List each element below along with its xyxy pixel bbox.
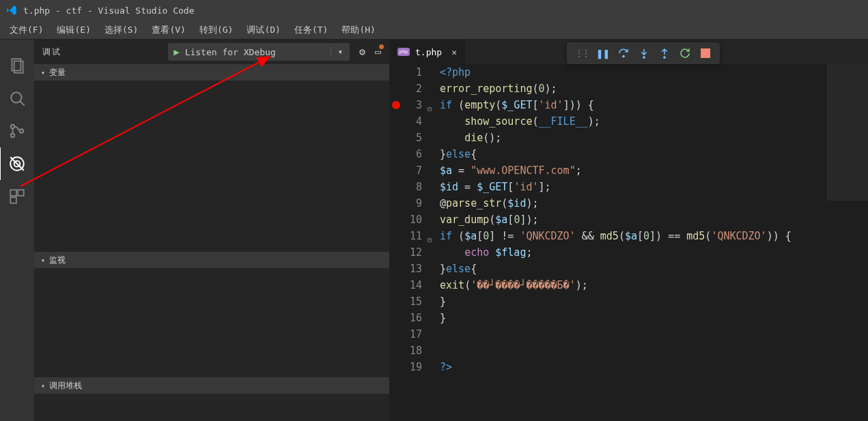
breakpoint-icon[interactable] — [392, 101, 400, 109]
fold-icon — [428, 212, 440, 228]
svg-point-17 — [664, 57, 665, 58]
code-line[interactable]: ?> — [440, 359, 868, 375]
line-number: 6 — [403, 146, 422, 162]
step-into-icon[interactable] — [634, 44, 654, 63]
panel-callstack-label: 调用堆栈 — [49, 380, 82, 392]
php-file-icon: php — [397, 48, 410, 56]
menu-bar: 文件(F) 编辑(E) 选择(S) 查看(V) 转到(G) 调试(D) 任务(T… — [0, 20, 868, 40]
code-editor[interactable]: 12345678910111213141516171819 ⊟⊟ <?phper… — [389, 64, 868, 421]
minimap[interactable] — [827, 64, 868, 405]
title-bar: t.php - ctf - Visual Studio Code — [0, 0, 868, 20]
svg-point-6 — [20, 129, 23, 132]
close-icon[interactable]: ✕ — [451, 47, 457, 57]
line-number: 15 — [403, 293, 422, 310]
fold-icon[interactable]: ⊟ — [428, 228, 440, 244]
debug-icon[interactable] — [0, 147, 33, 180]
drag-handle-icon[interactable]: ⋮⋮ — [571, 48, 593, 58]
chevron-down-icon[interactable]: ▾ — [331, 47, 350, 57]
svg-rect-12 — [10, 197, 16, 203]
code-line[interactable]: exit('��┘����┘�����Ƃ�'); — [440, 277, 868, 293]
code-line[interactable]: var_dump($a[0]); — [440, 212, 868, 228]
panel-variables-label: 变量 — [49, 67, 66, 78]
fold-icon — [428, 162, 440, 179]
code-line[interactable]: die(); — [440, 130, 868, 146]
fold-icon — [428, 343, 440, 359]
menu-select[interactable]: 选择(S) — [98, 21, 145, 39]
code-line[interactable]: echo $flag; — [440, 244, 868, 261]
code-line[interactable]: if ($a[0] != 'QNKCDZO' && md5($a[0]) == … — [440, 228, 868, 244]
debug-toolbar[interactable]: ⋮⋮ ❚❚ — [567, 42, 720, 64]
line-number: 13 — [403, 261, 422, 277]
svg-point-13 — [623, 55, 624, 57]
menu-debug[interactable]: 调试(D) — [240, 21, 287, 39]
fold-icon — [428, 81, 440, 97]
fold-icon — [428, 310, 440, 326]
line-number: 9 — [403, 195, 422, 212]
svg-point-2 — [11, 92, 21, 102]
fold-icon — [428, 146, 440, 162]
fold-icon — [428, 64, 440, 81]
menu-help[interactable]: 帮助(H) — [335, 21, 382, 39]
svg-rect-18 — [701, 48, 710, 58]
line-number: 1 — [403, 64, 422, 81]
code-line[interactable]: }else{ — [440, 261, 868, 277]
line-number: 18 — [403, 343, 422, 359]
code-line[interactable]: @parse_str($id); — [440, 195, 868, 212]
code-line[interactable]: error_reporting(0); — [440, 81, 868, 97]
code-line[interactable]: } — [440, 293, 868, 310]
activity-bar — [0, 40, 34, 421]
code-line[interactable]: $id = $_GET['id']; — [440, 179, 868, 195]
restart-icon[interactable] — [675, 44, 695, 63]
line-number: 14 — [403, 277, 422, 293]
fold-icon — [428, 293, 440, 310]
step-out-icon[interactable] — [654, 44, 675, 63]
extensions-icon[interactable] — [0, 180, 34, 213]
tab-tphp[interactable]: php t.php ✕ — [389, 40, 466, 64]
debug-console-icon[interactable]: ▭ — [375, 46, 381, 58]
panel-callstack[interactable]: ▾调用堆栈 — [34, 377, 389, 394]
code-line[interactable] — [440, 343, 868, 359]
panel-variables[interactable]: ▾变量 — [34, 64, 389, 81]
search-icon[interactable] — [0, 82, 34, 115]
code-line[interactable]: show_source(__FILE__); — [440, 113, 868, 130]
svg-point-5 — [11, 134, 14, 137]
line-number: 4 — [403, 113, 422, 130]
scm-icon[interactable] — [0, 115, 34, 147]
fold-icon[interactable]: ⊟ — [428, 97, 440, 113]
line-number: 11 — [403, 228, 422, 244]
code-line[interactable]: if (empty($_GET['id'])) { — [440, 97, 868, 113]
svg-line-3 — [20, 101, 25, 106]
menu-go[interactable]: 转到(G) — [193, 21, 240, 39]
svg-rect-11 — [18, 190, 24, 196]
stop-icon[interactable] — [695, 44, 716, 63]
code-line[interactable]: <?php — [440, 64, 868, 81]
menu-tasks[interactable]: 任务(T) — [288, 21, 335, 39]
line-number: 7 — [403, 162, 422, 179]
editor-area: php t.php ✕ ⋮⋮ ❚❚ 1234567891011121314151… — [389, 40, 868, 421]
line-number: 17 — [403, 326, 422, 343]
pause-icon[interactable]: ❚❚ — [593, 44, 613, 63]
gear-icon[interactable]: ⚙ — [359, 46, 365, 58]
line-number: 16 — [403, 310, 422, 326]
menu-file[interactable]: 文件(F) — [3, 21, 50, 39]
menu-edit[interactable]: 编辑(E) — [50, 21, 97, 39]
explorer-icon[interactable] — [0, 49, 34, 82]
debug-config-select[interactable]: ▶ Listen for XDebug ▾ — [168, 43, 350, 61]
fold-icon — [428, 326, 440, 343]
code-line[interactable] — [440, 326, 868, 343]
step-over-icon[interactable] — [613, 44, 634, 63]
start-debug-icon[interactable]: ▶ — [168, 46, 184, 57]
menu-view[interactable]: 查看(V) — [145, 21, 192, 39]
fold-icon — [428, 261, 440, 277]
code-line[interactable]: } — [440, 310, 868, 326]
panel-watch[interactable]: ▾监视 — [34, 252, 389, 268]
fold-icon — [428, 179, 440, 195]
line-number: 10 — [403, 212, 422, 228]
line-number: 19 — [403, 359, 422, 375]
panel-watch-label: 监视 — [49, 255, 66, 266]
line-number: 5 — [403, 130, 422, 146]
code-line[interactable]: }else{ — [440, 146, 868, 162]
fold-icon — [428, 130, 440, 146]
code-line[interactable]: $a = "www.OPENCTF.com"; — [440, 162, 868, 179]
debug-config-name: Listen for XDebug — [185, 47, 331, 57]
